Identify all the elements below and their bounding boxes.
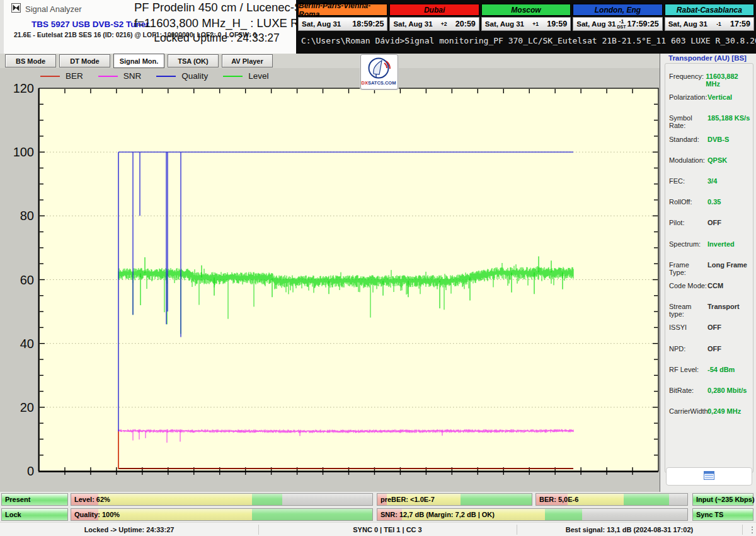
transponder-sidebar: Transponder (AU) [BS] Frequency:11603,88… <box>660 54 756 492</box>
tab-signal-mon[interactable]: Signal Mon. <box>113 54 164 68</box>
legend-line-swatch <box>156 76 176 77</box>
clock-time-row: Sat, Aug 31+220:59 <box>389 17 479 31</box>
meter-badge-present: Present <box>1 493 68 506</box>
clock-time: 18:59:25 <box>352 20 384 28</box>
row-value: OFF <box>707 345 721 352</box>
clock-dubai: DubaiSat, Aug 31+220:59 <box>389 4 479 31</box>
clock-berlin-paris-vienna-roma: Berlin-Paris-Vienna-RomaSat, Aug 3118:59… <box>298 4 387 31</box>
legend-label: Quality <box>181 71 208 81</box>
clock-moscow: MoscowSat, Aug 31+119:59 <box>481 4 571 31</box>
site-info: PF Prodelin 450 cm / Lucenec-Slovakia f=… <box>134 1 299 45</box>
tab-bs-mode[interactable]: BS Mode <box>5 54 56 67</box>
row-label: Modulation: <box>669 156 707 164</box>
meter-segment <box>252 509 372 520</box>
row-value: Vertical <box>707 93 732 101</box>
transponder-row-carrierwidth: CarrierWidth:0,249 MHz <box>669 407 752 415</box>
meter-badge-input-235-kbps: Input (~235 Kbps) <box>692 493 753 506</box>
row-label: Symbol Rate: <box>669 114 707 129</box>
console-window: Berlin-Paris-Vienna-RomaSat, Aug 3118:59… <box>296 0 756 54</box>
legend-label: SNR <box>123 71 142 81</box>
row-value: OFF <box>707 219 721 226</box>
clock-utc-offset: -1DST <box>617 19 626 29</box>
row-label: Code Mode: <box>669 282 707 289</box>
row-label: BitRate: <box>669 387 707 394</box>
row-label: Standard: <box>669 136 707 143</box>
statusbar-divider <box>742 525 743 535</box>
legend-line-swatch <box>98 76 118 77</box>
transponder-row-fec: FEC:3/4 <box>669 177 752 185</box>
transponder-row-npd: NPD:OFF <box>669 345 752 352</box>
row-value: Transport <box>707 303 740 318</box>
record-table-button[interactable] <box>666 467 752 486</box>
tab-av-player[interactable]: AV Player <box>222 54 273 67</box>
meter-segment <box>98 494 252 505</box>
site-frequency: f=11603,800 MHz_H_ : LUXE Radio <box>134 16 299 30</box>
transponder-row-standard: Standard:DVB-S <box>669 136 752 143</box>
clock-city: London, Eng <box>573 4 662 16</box>
statusbar-divider <box>517 525 517 535</box>
transponder-row-symbol-rate: Symbol Rate:185,188 KS/s <box>669 114 752 129</box>
legend-item-snr: SNR <box>98 71 142 81</box>
meter-badge-lock: Lock <box>1 508 68 521</box>
world-clocks: Berlin-Paris-Vienna-RomaSat, Aug 3118:59… <box>298 4 754 31</box>
clock-date: Sat, Aug 31 <box>485 20 524 28</box>
meter-segment <box>582 509 687 520</box>
row-label: RollOff: <box>669 198 707 206</box>
table-icon <box>704 471 714 482</box>
y-axis-label: 100 <box>0 145 34 159</box>
meter-bar-preber-1-0e-7: preBER: <1.0E-7 <box>377 493 532 506</box>
clock-time-row: Sat, Aug 31-1DST17:59:25 <box>573 17 662 31</box>
row-value: 185,188 KS/s <box>707 114 750 129</box>
row-label: Frequency: <box>669 73 706 88</box>
clock-date: Sat, Aug 31 <box>668 20 707 28</box>
meter-label: Quality: 100% <box>74 511 120 518</box>
meter-segment <box>252 494 282 505</box>
row-value: 0,280 Mbit/s <box>707 387 747 394</box>
console-prompt[interactable]: C:\Users\Roman Dávid>Signal monitoring_P… <box>301 36 756 45</box>
clock-utc-offset: +1 <box>532 21 539 27</box>
row-label: Pilot: <box>669 219 707 226</box>
transponder-row-rf-level: RF Level:-54 dBm <box>669 366 752 373</box>
meter-label: Level: 62% <box>74 496 110 503</box>
row-label: Polarization: <box>669 93 707 101</box>
clock-rabat-casablanca: Rabat-CasablancaSat, Aug 31-117:59 <box>665 4 754 31</box>
clock-utc-offset: -1 <box>716 21 721 27</box>
logo-text-red: DX <box>362 80 368 86</box>
transponder-row-frame-type: Frame Type:Long Frame <box>669 261 752 276</box>
signal-meters: PresentLevel: 62%preBER: <1.0E-7BER: 5,0… <box>0 492 756 522</box>
tab-dt-mode[interactable]: DT Mode <box>59 54 110 67</box>
clock-time: 17:59 <box>730 20 750 28</box>
statusbar-section-2: SYNC 0 | TEI 1 | CC 3 <box>258 523 517 536</box>
row-value: OFF <box>707 323 721 331</box>
row-value: QPSK <box>707 156 727 164</box>
signal-chart <box>0 84 660 492</box>
row-label: RF Level: <box>669 366 707 373</box>
window-title: Signal Analyzer <box>25 4 82 14</box>
clock-city: Dubai <box>389 4 479 16</box>
row-label: NPD: <box>669 345 707 352</box>
transponder-row-stream-type: Stream type:Transport <box>669 303 752 318</box>
clock-time: 19:59 <box>547 20 567 28</box>
resize-grip[interactable] <box>746 526 754 534</box>
row-value: CCM <box>707 282 723 289</box>
legend-label: BER <box>66 71 83 81</box>
tab-tsa-ok[interactable]: TSA (OK) <box>168 54 219 67</box>
clock-time: 20:59 <box>455 20 476 28</box>
row-value: Inverted <box>707 240 735 248</box>
app-header: Signal Analyzer TBS 5927 USB DVB-S2 Tune… <box>0 0 300 54</box>
meter-bar-level-62: Level: 62% <box>71 493 373 506</box>
clock-time-row: Sat, Aug 3118:59:25 <box>298 17 387 31</box>
clock-time: 17:59:25 <box>627 20 659 28</box>
signal-chart-panel: BERSNRQualityLevel 020406080100120 <box>0 68 660 492</box>
clock-city: Rabat-Casablanca <box>665 4 754 16</box>
row-value: DVB-S <box>707 136 729 143</box>
statusbar-section-1: Locked -> Uptime: 24:33:27 <box>0 523 258 536</box>
meter-segment <box>545 509 582 520</box>
meter-segment <box>624 494 669 505</box>
transponder-row-frequency: Frequency:11603,882 MHz <box>669 73 752 88</box>
chart-legend: BERSNRQualityLevel <box>40 71 269 81</box>
meter-bar-quality-100: Quality: 100% <box>71 508 373 521</box>
transponder-row-pilot: Pilot:OFF <box>669 219 752 226</box>
statusbar: Locked -> Uptime: 24:33:27SYNC 0 | TEI 1… <box>0 522 756 536</box>
row-label: CarrierWidth: <box>669 407 707 415</box>
